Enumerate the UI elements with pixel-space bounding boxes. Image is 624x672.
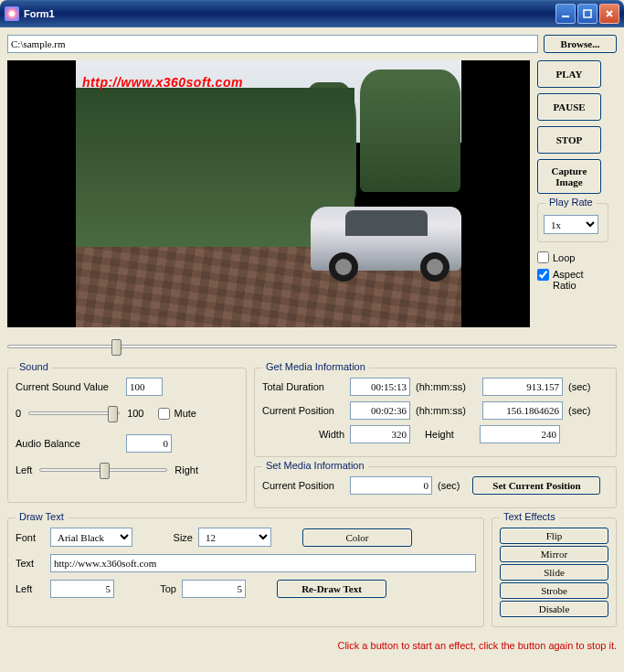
text-input[interactable] — [50, 554, 476, 572]
loop-label: Loop — [553, 252, 575, 263]
height-label: Height — [416, 429, 463, 440]
audio-balance-value[interactable] — [126, 434, 172, 453]
close-button[interactable] — [599, 4, 619, 24]
draw-text-legend: Draw Text — [16, 511, 68, 522]
svg-rect-1 — [584, 10, 591, 17]
get-media-legend: Get Media Information — [262, 361, 369, 372]
seek-slider[interactable] — [7, 335, 617, 358]
window-title: Form1 — [24, 8, 555, 19]
mute-label: Mute — [174, 408, 196, 419]
left-label: Left — [16, 583, 45, 594]
current-position-label: Current Position — [262, 405, 344, 416]
set-sec-label: (sec) — [438, 480, 460, 491]
browse-button[interactable]: Browse... — [544, 35, 617, 53]
top-input[interactable] — [182, 580, 246, 598]
total-duration-sec — [482, 378, 563, 396]
mirror-button[interactable]: Mirror — [500, 546, 608, 562]
slide-button[interactable]: Slide — [500, 564, 608, 581]
sound-min: 0 — [16, 408, 21, 419]
play-rate-select[interactable]: 1x — [544, 215, 598, 234]
minimize-button[interactable] — [555, 4, 576, 24]
video-overlay-text: http://www.x360soft.com — [82, 75, 243, 90]
font-select[interactable]: Arial Black — [50, 528, 132, 547]
audio-balance-label: Audio Balance — [16, 438, 121, 449]
play-button[interactable]: PLAY — [537, 60, 601, 88]
sec-label-2: (sec) — [568, 405, 590, 416]
volume-slider[interactable] — [28, 401, 120, 425]
media-width — [350, 425, 410, 443]
current-position-unit: (hh:mm:ss) — [416, 405, 466, 416]
text-label: Text — [16, 558, 45, 569]
sec-label-1: (sec) — [568, 381, 590, 392]
media-height — [480, 425, 560, 443]
flip-button[interactable]: Flip — [500, 528, 608, 544]
color-button[interactable]: Color — [302, 528, 412, 547]
left-input[interactable] — [50, 580, 114, 598]
redraw-text-button[interactable]: Re-Draw Text — [277, 580, 386, 598]
top-label: Top — [140, 583, 176, 594]
size-label: Size — [156, 532, 193, 543]
current-position-hms — [350, 401, 410, 420]
width-label: Width — [290, 429, 344, 440]
sound-legend: Sound — [16, 361, 52, 372]
maximize-button[interactable] — [577, 4, 598, 24]
app-icon — [5, 6, 19, 21]
total-duration-unit: (hh:mm:ss) — [416, 381, 466, 392]
stop-button[interactable]: STOP — [537, 126, 601, 154]
text-effects-legend: Text Effects — [500, 511, 559, 522]
sound-max: 100 — [127, 408, 143, 419]
svg-rect-0 — [562, 16, 569, 17]
aspect-ratio-checkbox[interactable] — [537, 269, 549, 281]
total-duration-hms — [350, 378, 410, 396]
set-current-position-button[interactable]: Set Current Position — [472, 476, 600, 495]
balance-left-label: Left — [16, 464, 32, 475]
loop-checkbox[interactable] — [537, 251, 549, 263]
video-display: http://www.x360soft.com — [7, 60, 530, 327]
font-label: Font — [16, 532, 45, 543]
current-position-sec — [482, 401, 563, 420]
set-cur-pos-label: Current Position — [262, 480, 344, 491]
aspect-ratio-label: Aspect Ratio — [553, 269, 608, 291]
pause-button[interactable]: PAUSE — [537, 93, 601, 121]
play-rate-legend: Play Rate — [545, 197, 597, 208]
total-duration-label: Total Duration — [262, 381, 344, 392]
current-sound-value[interactable] — [126, 378, 163, 396]
capture-image-button[interactable]: Capture Image — [537, 159, 601, 194]
balance-right-label: Right — [175, 464, 198, 475]
mute-checkbox[interactable] — [158, 408, 170, 420]
set-cur-pos-input[interactable] — [350, 476, 432, 495]
balance-slider[interactable] — [39, 458, 167, 482]
disable-button[interactable]: Disable — [500, 601, 608, 617]
size-select[interactable]: 12 — [198, 528, 271, 547]
strobe-button[interactable]: Strobe — [500, 582, 608, 599]
set-media-legend: Set Media Information — [262, 460, 368, 471]
title-bar: Form1 — [0, 0, 624, 27]
file-path-input[interactable] — [7, 35, 538, 53]
current-sound-label: Current Sound Value — [16, 381, 121, 392]
hint-text: Click a button to start an effect, click… — [7, 640, 617, 651]
